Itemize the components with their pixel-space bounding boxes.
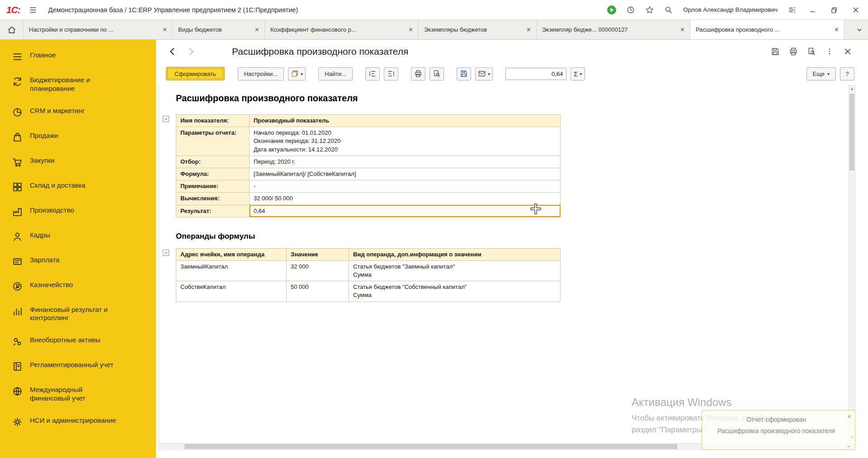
save-result-button[interactable] xyxy=(457,67,471,80)
sidebar-item[interactable]: Главное xyxy=(0,44,156,69)
tab[interactable]: Коэффициент финансового р...× xyxy=(265,20,419,39)
info-value-cell[interactable]: - xyxy=(250,180,561,193)
current-user[interactable]: Орлов Александр Владимирович xyxy=(683,6,778,13)
operands-header-cell[interactable]: Адрес ячейки, имя операнда xyxy=(176,248,287,260)
close-report-icon[interactable] xyxy=(841,45,854,58)
vertical-scroll-thumb[interactable] xyxy=(849,94,854,170)
info-label-cell[interactable]: Примечание: xyxy=(176,180,250,193)
sidebar-item[interactable]: Казначейство xyxy=(0,274,156,299)
sidebar-item[interactable]: Склад и доставка xyxy=(0,175,156,199)
operand-kind-cell[interactable]: Статья бюджетов "Заемный капитал" Сумма xyxy=(349,260,561,281)
sidebar-item[interactable]: Регламентированный учет xyxy=(0,354,156,379)
info-label-cell[interactable]: Параметры отчета: xyxy=(176,127,250,156)
caret-down-icon: ▾ xyxy=(580,71,582,76)
print-preview-icon[interactable] xyxy=(805,45,818,58)
sidebar-item[interactable]: Международный финансовый учет xyxy=(0,379,156,410)
info-value-cell[interactable]: Период: 2020 г. xyxy=(250,156,561,168)
result-value-cell[interactable]: 0,64 xyxy=(250,205,561,217)
sidebar-item-label: Финансовый результат и контроллинг xyxy=(30,306,118,323)
info-value-cell[interactable]: [ЗаемныйКапитал]/ [СобствеКапитал] xyxy=(250,168,561,180)
print-icon[interactable] xyxy=(787,45,800,58)
toast-expand-icon[interactable]: ⌄ xyxy=(846,442,851,449)
sidebar-item[interactable]: Производство xyxy=(0,199,156,224)
history-icon[interactable] xyxy=(624,4,637,16)
collapse-group-icon[interactable]: − xyxy=(163,250,169,256)
info-label-cell[interactable]: Формула: xyxy=(176,168,250,180)
tab[interactable]: Экземпляр бюдже... 000000127× xyxy=(537,20,690,39)
send-email-button[interactable]: ▾ xyxy=(475,67,493,80)
info-label-cell[interactable]: Отбор: xyxy=(176,156,250,168)
window-title: Расшифровка производного показателя xyxy=(232,46,408,57)
tab[interactable]: Настройки и справочники по ...× xyxy=(24,20,173,39)
horizontal-scroll-thumb[interactable] xyxy=(184,444,677,449)
preview-button[interactable] xyxy=(429,67,444,80)
operand-value-cell[interactable]: 32 000 xyxy=(287,260,349,281)
sidebar-item[interactable]: Финансовый результат и контроллинг xyxy=(0,299,156,330)
tab-close-icon[interactable]: × xyxy=(835,26,839,33)
tab-close-icon[interactable]: × xyxy=(527,26,531,33)
tab-close-icon[interactable]: × xyxy=(409,26,413,33)
toast-close-icon[interactable]: × xyxy=(847,412,851,420)
search-icon[interactable] xyxy=(662,4,675,16)
toast-link[interactable]: Расшифровка производного показателя xyxy=(709,427,843,435)
info-label-cell[interactable]: Результат: xyxy=(176,205,250,217)
tab[interactable]: Виды бюджетов× xyxy=(173,20,265,39)
operand-value-cell[interactable]: 50 000 xyxy=(287,281,349,302)
sidebar-item[interactable]: Бюджетирование и планирование xyxy=(0,69,156,100)
back-button[interactable] xyxy=(166,45,179,58)
generate-button[interactable]: Сформировать xyxy=(166,67,225,80)
autosum-button[interactable]: Σ ▾ xyxy=(571,67,585,80)
tab[interactable]: Расшифровка производного ...× xyxy=(690,20,844,39)
sidebar-item[interactable]: Внеоборотные активы xyxy=(0,329,156,354)
sidebar-item[interactable]: Закупки xyxy=(0,150,156,175)
sidebar-item[interactable]: Зарплата xyxy=(0,249,156,274)
operand-address-cell[interactable]: ЗаемныйКапитал xyxy=(176,260,287,281)
more-button[interactable]: Еще ▾ xyxy=(807,67,836,80)
ledger-icon xyxy=(12,361,23,372)
save-icon[interactable] xyxy=(769,45,782,58)
settings-button[interactable]: Настройки... xyxy=(238,67,284,80)
more-actions-kebab-icon[interactable] xyxy=(823,45,836,58)
favorites-star-icon[interactable] xyxy=(643,4,656,16)
service-panel-icon[interactable] xyxy=(786,4,798,16)
vertical-scrollbar[interactable]: ▲ ▼ xyxy=(849,85,855,441)
info-value-cell[interactable]: Производный показатель xyxy=(250,115,561,127)
info-label-cell[interactable]: Имя показателя: xyxy=(176,115,250,127)
tab[interactable]: Экземпляры бюджетов× xyxy=(419,20,537,39)
tab-close-icon[interactable]: × xyxy=(680,26,684,33)
forward-button[interactable] xyxy=(184,45,198,58)
cell-value-input[interactable] xyxy=(505,68,566,80)
minimize-button[interactable] xyxy=(805,3,820,17)
home-button[interactable] xyxy=(0,20,24,39)
help-button[interactable]: ? xyxy=(840,67,854,80)
restore-button[interactable] xyxy=(826,3,842,17)
tab-close-icon[interactable]: × xyxy=(163,26,167,33)
info-label-cell[interactable]: Вычисления: xyxy=(176,193,250,205)
info-value-cell[interactable]: Начало периода: 01.01.2020 Окончание пер… xyxy=(250,127,561,156)
operands-header-cell[interactable]: Вид операнда, доп.информация о значении xyxy=(349,248,561,260)
run-debug-icon[interactable] xyxy=(605,4,618,16)
info-value-cell[interactable]: 32 000/ 50 000 xyxy=(250,193,561,205)
scroll-up-icon[interactable]: ▲ xyxy=(849,86,855,91)
tabs-overflow-button[interactable] xyxy=(851,20,868,39)
collapse-groups-button[interactable] xyxy=(384,67,398,80)
report-window-header: Расшифровка производного показателя xyxy=(156,40,868,63)
operand-kind-cell[interactable]: Статья бюджетов "Собственный капитал" Су… xyxy=(349,281,561,302)
sidebar-item[interactable]: CRM и маркетинг xyxy=(0,100,156,125)
sidebar-item[interactable]: Продажи xyxy=(0,125,156,150)
find-button[interactable]: Найти... xyxy=(318,67,353,80)
report-variants-button[interactable]: ▾ xyxy=(288,67,306,80)
sidebar-item[interactable]: Кадры xyxy=(0,224,156,249)
collapse-group-icon[interactable]: − xyxy=(163,116,169,122)
sidebar-item[interactable]: НСИ и администрирование xyxy=(0,410,156,434)
payroll-card-icon xyxy=(12,256,23,267)
notification-toast[interactable]: × Отчет сформирован Расшифровка производ… xyxy=(702,410,855,450)
expand-groups-button[interactable] xyxy=(365,67,380,80)
tab-close-icon[interactable]: × xyxy=(255,26,259,33)
close-button[interactable] xyxy=(848,3,863,17)
toast-title: Отчет сформирован xyxy=(709,416,843,423)
print-button[interactable] xyxy=(411,67,425,80)
operand-address-cell[interactable]: СобствеКапитал xyxy=(176,281,287,302)
operands-header-cell[interactable]: Значение xyxy=(287,248,349,260)
main-menu-button[interactable] xyxy=(27,4,39,16)
